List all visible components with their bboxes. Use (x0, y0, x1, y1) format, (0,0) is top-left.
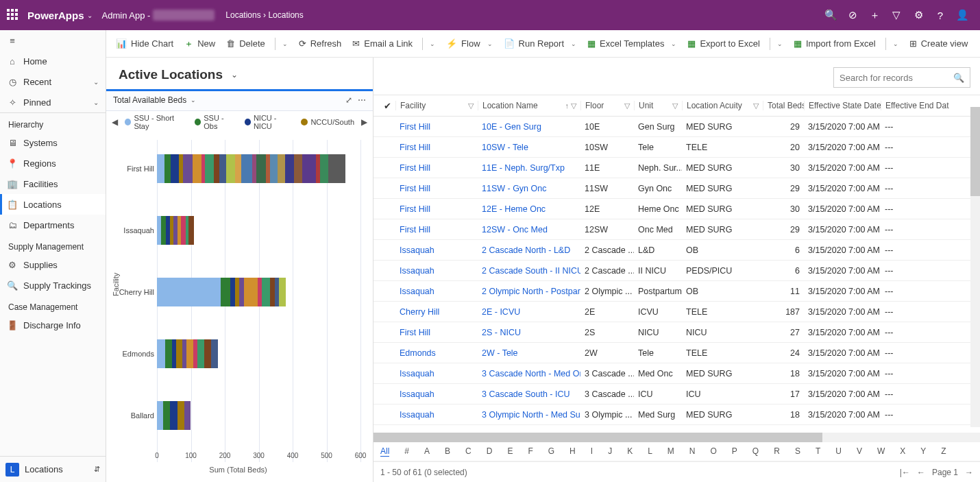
vertical-scrollbar[interactable] (970, 107, 980, 427)
alpha-y[interactable]: Y (920, 446, 926, 457)
facility-link[interactable]: Issaquah (395, 369, 478, 378)
location-link[interactable]: 2 Cascade North - L&D (478, 245, 580, 255)
table-row[interactable]: First Hill 2S - NICU 2S NICU NICU 27 3/1… (373, 322, 980, 343)
location-link[interactable]: 2W - Tele (478, 348, 580, 358)
nav-supplies[interactable]: ⚙Supplies (0, 254, 106, 275)
table-row[interactable]: Cherry Hill 2E - ICVU 2E ICVU TELE 187 3… (373, 302, 980, 322)
email-link-button[interactable]: ✉Email a Link⌄ (352, 38, 435, 50)
view-selector-chevron[interactable]: ⌄ (231, 70, 238, 80)
table-row[interactable]: Issaquah 3 Cascade South - ICU 3 Cascade… (373, 384, 980, 405)
hide-chart-button[interactable]: 📊Hide Chart (116, 38, 173, 49)
flow-button[interactable]: ⚡Flow⌄ (446, 38, 492, 49)
facility-link[interactable]: Issaquah (395, 287, 478, 296)
location-link[interactable]: 11SW - Gyn Onc (478, 184, 580, 193)
location-link[interactable]: 12SW - Onc Med (478, 225, 580, 234)
breadcrumb[interactable]: Locations › Locations (225, 10, 303, 20)
facility-link[interactable]: Issaquah (395, 431, 478, 432)
table-row[interactable]: Issaquah 3 Olympic South - Tele Overflow… (373, 425, 980, 431)
hamburger-button[interactable]: ≡ (0, 30, 106, 51)
location-link[interactable]: 12E - Heme Onc (478, 204, 580, 214)
chart-bar-first-hill[interactable]: First Hill (157, 147, 360, 191)
nav-regions[interactable]: 📍Regions (0, 153, 106, 173)
app-launcher-icon[interactable] (7, 9, 19, 21)
sort-icon[interactable]: ↑ ▽ (565, 101, 576, 110)
location-link[interactable]: 2 Olympic North - Postpartum (478, 287, 580, 296)
table-row[interactable]: First Hill 12E - Heme Onc 12E Heme Onc M… (373, 199, 980, 219)
col-facility[interactable]: Facility▽ (395, 101, 478, 110)
facility-link[interactable]: Issaquah (395, 245, 478, 255)
facility-link[interactable]: Edmonds (395, 348, 478, 358)
alpha-h[interactable]: H (569, 446, 576, 457)
location-link[interactable]: 10E - Gen Surg (478, 122, 580, 132)
facility-link[interactable]: Issaquah (395, 410, 478, 420)
legend-item[interactable]: SSU - Short Stay (125, 114, 188, 130)
location-link[interactable]: 10SW - Tele (478, 143, 580, 152)
col-total-beds[interactable]: Total Beds▽ (763, 101, 804, 110)
alpha-p[interactable]: P (732, 446, 737, 457)
nav-facilities[interactable]: 🏢Facilities (0, 173, 106, 194)
chart-bar-issaquah[interactable]: Issaquah (157, 208, 360, 252)
alpha-v[interactable]: V (857, 446, 862, 457)
alpha-w[interactable]: W (877, 446, 885, 457)
alpha-n[interactable]: N (689, 446, 696, 457)
table-row[interactable]: Issaquah 3 Olympic North - Med Surg 3 Ol… (373, 405, 980, 425)
facility-link[interactable]: First Hill (395, 122, 478, 132)
legend-prev-icon[interactable]: ◀ (110, 117, 119, 127)
chart-bar-ballard[interactable]: Ballard (157, 394, 360, 437)
alpha-s[interactable]: S (795, 446, 800, 457)
next-page-icon[interactable]: → (965, 468, 973, 477)
facility-link[interactable]: First Hill (395, 328, 478, 337)
nav-recent[interactable]: ◷Recent⌄ (0, 71, 106, 92)
facility-link[interactable]: First Hill (395, 143, 478, 152)
table-row[interactable]: First Hill 11E - Neph. Surg/Txp 11E Neph… (373, 158, 980, 178)
location-link[interactable]: 3 Olympic North - Med Surg (478, 410, 580, 420)
alpha-e[interactable]: E (507, 446, 513, 457)
account-icon[interactable]: 👤 (951, 4, 973, 26)
import-excel-button[interactable]: ▦Import from Excel⌄ (794, 38, 898, 50)
more-icon[interactable]: ⋯ (358, 95, 366, 105)
table-row[interactable]: Issaquah 3 Cascade North - Med Onc 3 Cas… (373, 363, 980, 384)
area-switcher[interactable]: L Locations ⇵ (0, 456, 106, 482)
col-end-date[interactable]: Effective End Date▽ (881, 101, 949, 110)
facility-link[interactable]: First Hill (395, 225, 478, 234)
select-all-checkbox[interactable]: ✔ (384, 101, 391, 111)
location-link[interactable]: 2E - ICVU (478, 307, 580, 317)
alpha-all[interactable]: All (380, 446, 389, 457)
table-row[interactable]: First Hill 10E - Gen Surg 10E Gen Surg M… (373, 117, 980, 137)
brand[interactable]: PowerApps (27, 10, 84, 21)
alpha-f[interactable]: F (528, 446, 532, 457)
legend-item[interactable]: NCCU/South (301, 114, 354, 130)
alpha-z[interactable]: Z (941, 446, 946, 457)
table-row[interactable]: Issaquah 2 Olympic North - Postpartum 2 … (373, 281, 980, 302)
nav-supply-trackings[interactable]: 🔍Supply Trackings (0, 275, 106, 296)
chart-bar-edmonds[interactable]: Edmonds (157, 332, 360, 376)
filter-icon[interactable]: ▽ (672, 101, 678, 110)
facility-link[interactable]: Cherry Hill (395, 307, 478, 317)
task-icon[interactable]: ⊘ (842, 4, 863, 26)
run-report-button[interactable]: 📄Run Report⌄ (504, 38, 576, 49)
chevron-down-icon[interactable]: ⌄ (571, 40, 576, 47)
alpha-#[interactable]: # (404, 446, 409, 457)
chevron-down-icon[interactable]: ⌄ (487, 40, 493, 47)
location-link[interactable]: 3 Olympic South - Tele Overflow (478, 431, 580, 432)
filter-icon[interactable]: ▽ (753, 101, 759, 110)
alpha-t[interactable]: T (816, 446, 820, 457)
nav-departments[interactable]: 🗂Departments (0, 215, 106, 235)
search-input[interactable]: Search for records 🔍 (833, 67, 970, 88)
legend-next-icon[interactable]: ▶ (360, 117, 369, 127)
chevron-down-icon[interactable]: ⌄ (777, 40, 783, 47)
filter-icon[interactable]: ▽ (885, 4, 907, 26)
nav-systems[interactable]: 🖥Systems (0, 132, 106, 153)
table-row[interactable]: First Hill 10SW - Tele 10SW Tele TELE 20… (373, 137, 980, 158)
alpha-x[interactable]: X (900, 446, 905, 457)
prev-page-icon[interactable]: ← (917, 468, 925, 477)
delete-button[interactable]: 🗑Delete⌄ (226, 38, 288, 50)
location-link[interactable]: 11E - Neph. Surg/Txp (478, 163, 580, 173)
alpha-b[interactable]: B (445, 446, 450, 457)
legend-item[interactable]: NICU - NICU (245, 114, 295, 130)
chevron-down-icon[interactable]: ⌄ (282, 40, 288, 47)
table-row[interactable]: First Hill 12SW - Onc Med 12SW Onc Med M… (373, 219, 980, 240)
location-link[interactable]: 3 Cascade North - Med Onc (478, 369, 580, 378)
alpha-g[interactable]: G (548, 446, 554, 457)
alpha-k[interactable]: K (627, 446, 633, 457)
